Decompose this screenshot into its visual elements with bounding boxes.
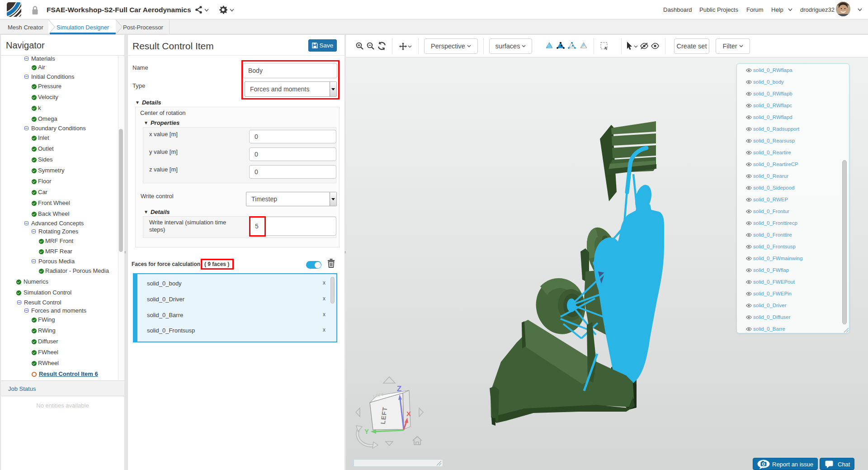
svg-text:Y: Y <box>364 427 369 435</box>
svg-text:Z: Z <box>397 385 401 393</box>
svg-text:X: X <box>406 410 411 418</box>
